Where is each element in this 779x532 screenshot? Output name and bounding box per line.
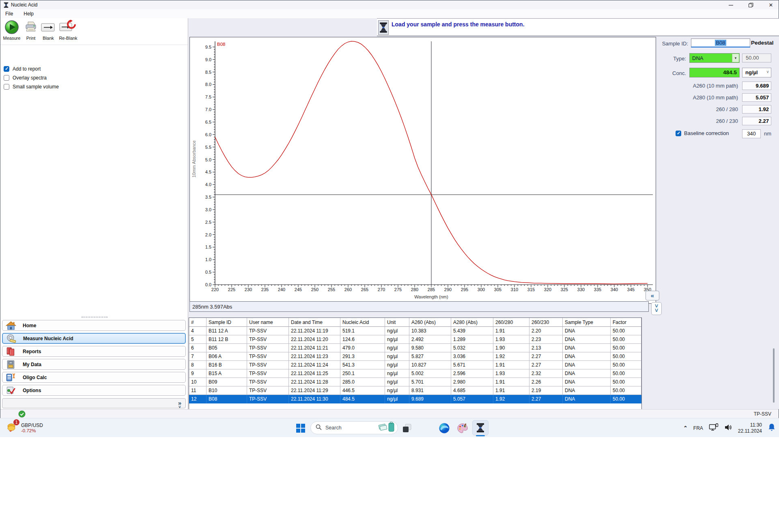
cell: 22.11.2024 11:24 bbox=[289, 361, 340, 369]
table-row[interactable]: 12B08TP-SSV22.11.2024 11:30484.5ng/µl9.6… bbox=[189, 395, 641, 403]
factor-field[interactable]: 50.00 bbox=[742, 54, 771, 62]
table-row[interactable]: 7B06 ATP-SSV22.11.2024 11:23291.3ng/µl5.… bbox=[189, 352, 641, 361]
cell: 22.11.2024 11:20 bbox=[289, 335, 340, 344]
cell: 10 bbox=[189, 378, 207, 386]
cell: ng/µl bbox=[385, 344, 409, 352]
baseline-wavelength-field[interactable]: 340 bbox=[742, 129, 761, 138]
cell: B10 bbox=[207, 386, 247, 395]
type-dropdown[interactable]: DNA ▾ bbox=[689, 53, 740, 63]
taskbar: 1 GBP/USD -0.72% Search bbox=[0, 418, 779, 437]
column-header[interactable]: Sample Type bbox=[563, 318, 611, 327]
cell: 124.6 bbox=[340, 335, 385, 344]
table-row[interactable]: 4B11 12 ATP-SSV22.11.2024 11:19519.1ng/µ… bbox=[189, 327, 641, 335]
cell: 446.5 bbox=[340, 386, 385, 395]
column-header[interactable]: Nucleic Acid bbox=[340, 318, 385, 327]
notification-badge: 1 bbox=[13, 419, 19, 425]
measure-button[interactable]: Measure bbox=[2, 19, 22, 41]
sidebar-footer[interactable]: »˅ bbox=[2, 398, 186, 408]
tray-expand-icon[interactable]: ⌃ bbox=[683, 425, 688, 431]
baseline-checkbox[interactable] bbox=[676, 131, 681, 136]
sidebar-item-measure-nucleic-acid[interactable]: Measure Nucleic Acid bbox=[2, 333, 186, 344]
table-row[interactable]: 11B10TP-SSV22.11.2024 11:29446.5ng/µl8.9… bbox=[189, 386, 641, 395]
splitter-handle[interactable] bbox=[82, 317, 108, 318]
double-right-chevron-icon: »˅ bbox=[178, 399, 181, 408]
cell: 1.91 bbox=[493, 386, 529, 395]
cell: 9.689 bbox=[409, 395, 451, 403]
cell: 50.00 bbox=[611, 361, 641, 369]
start-button[interactable] bbox=[295, 422, 307, 434]
column-header[interactable]: A280 (Abs) bbox=[451, 318, 493, 327]
cell: 1.92 bbox=[493, 395, 529, 403]
table-row[interactable]: 8B16 BTP-SSV22.11.2024 11:24541.3ng/µl10… bbox=[189, 361, 641, 369]
table-scrollbar[interactable] bbox=[773, 348, 775, 403]
re-blank-button[interactable]: Re-Blank bbox=[56, 19, 80, 41]
spectrum-chart[interactable]: 2202252302352402452502552602652702752802… bbox=[189, 37, 656, 304]
menu-help[interactable]: Help bbox=[24, 11, 34, 17]
column-header[interactable]: 260/280 bbox=[493, 318, 529, 327]
unit-dropdown[interactable]: ng/µl ˅ bbox=[742, 68, 771, 77]
reblank-arrow-icon bbox=[56, 19, 80, 35]
toolbar-button-label: Measure bbox=[2, 36, 22, 41]
network-icon[interactable] bbox=[709, 423, 719, 433]
notification-bell-icon[interactable] bbox=[768, 423, 776, 433]
language-indicator[interactable]: FRA bbox=[693, 425, 703, 431]
search-placeholder: Search bbox=[325, 425, 378, 431]
cell: 50.00 bbox=[611, 386, 641, 395]
nucleic-acid-app-task-icon[interactable] bbox=[472, 420, 488, 435]
chart-collapse-button[interactable]: « bbox=[646, 291, 659, 300]
print-button[interactable]: Print bbox=[22, 19, 39, 41]
reading-label: 260 / 280 bbox=[650, 106, 738, 112]
widget-change: -0.72% bbox=[21, 428, 43, 433]
svg-text:Wavelength (nm): Wavelength (nm) bbox=[414, 294, 448, 299]
checkbox[interactable] bbox=[4, 75, 9, 81]
readout-expand-button[interactable]: ˅˅ bbox=[651, 302, 662, 315]
menu-file[interactable]: File bbox=[5, 11, 13, 17]
widget-pair: GBP/USD bbox=[21, 423, 43, 428]
table-row[interactable]: 6B05TP-SSV22.11.2024 11:21479.0ng/µl9.58… bbox=[189, 344, 641, 352]
desktop-background bbox=[0, 437, 779, 532]
option-label: Add to report bbox=[13, 66, 41, 72]
column-header[interactable]: Factor bbox=[611, 318, 641, 327]
sample-id-input[interactable]: B08 bbox=[691, 39, 750, 47]
search-box[interactable]: Search bbox=[310, 421, 398, 434]
sidebar-item-options[interactable]: Options bbox=[2, 385, 186, 396]
column-header[interactable]: 260/230 bbox=[529, 318, 563, 327]
column-header[interactable]: # bbox=[189, 318, 207, 327]
blank-button[interactable]: Blank bbox=[39, 19, 57, 41]
paint-app-icon[interactable] bbox=[456, 422, 469, 434]
restore-button[interactable] bbox=[745, 2, 757, 9]
column-header[interactable]: Sample ID bbox=[207, 318, 247, 327]
cell: B08 bbox=[207, 395, 247, 403]
table-row[interactable]: 10B09TP-SSV22.11.2024 11:28285.0ng/µl5.7… bbox=[189, 378, 641, 386]
cell: 8.931 bbox=[409, 386, 451, 395]
home-icon bbox=[6, 321, 16, 330]
sidebar-item-home[interactable]: Home bbox=[2, 320, 186, 331]
task-view-icon[interactable] bbox=[401, 422, 413, 434]
checkbox[interactable] bbox=[4, 66, 9, 72]
clock[interactable]: 11:30 22.11.2024 bbox=[738, 422, 762, 434]
table-row[interactable]: 5B11 12 BTP-SSV22.11.2024 11:20124.6ng/µ… bbox=[189, 335, 641, 344]
close-button[interactable]: ✕ bbox=[765, 2, 777, 9]
minimize-button[interactable] bbox=[725, 2, 737, 9]
sidebar-item-reports[interactable]: Reports bbox=[2, 346, 186, 357]
weather-finance-widget[interactable]: 1 GBP/USD -0.72% bbox=[6, 421, 43, 435]
cell: TP-SSV bbox=[247, 335, 289, 344]
column-header[interactable]: A260 (Abs) bbox=[409, 318, 451, 327]
sidebar-item-oligo-calc[interactable]: Oligo Calc bbox=[2, 372, 186, 383]
reading-label: A260 (10 mm path) bbox=[650, 83, 738, 89]
column-header[interactable]: User name bbox=[247, 318, 289, 327]
svg-text:8.5: 8.5 bbox=[205, 70, 211, 75]
svg-text:1.0: 1.0 bbox=[205, 257, 211, 262]
volume-icon[interactable] bbox=[724, 424, 732, 433]
cell: 479.0 bbox=[340, 344, 385, 352]
cell: DNA bbox=[563, 378, 611, 386]
edge-browser-icon[interactable] bbox=[438, 422, 450, 434]
table-row[interactable]: 9B15 ATP-SSV22.11.2024 11:25250.1ng/µl5.… bbox=[189, 369, 641, 378]
column-header[interactable]: Date and Time bbox=[289, 318, 340, 327]
chevron-down-icon: ▾ bbox=[732, 54, 739, 62]
sidebar-item-my-data[interactable]: My Data bbox=[2, 359, 186, 370]
column-header[interactable]: Unit bbox=[385, 318, 409, 327]
double-left-chevron-icon: « bbox=[651, 292, 654, 299]
checkbox[interactable] bbox=[4, 84, 9, 90]
svg-text:280: 280 bbox=[411, 287, 418, 292]
